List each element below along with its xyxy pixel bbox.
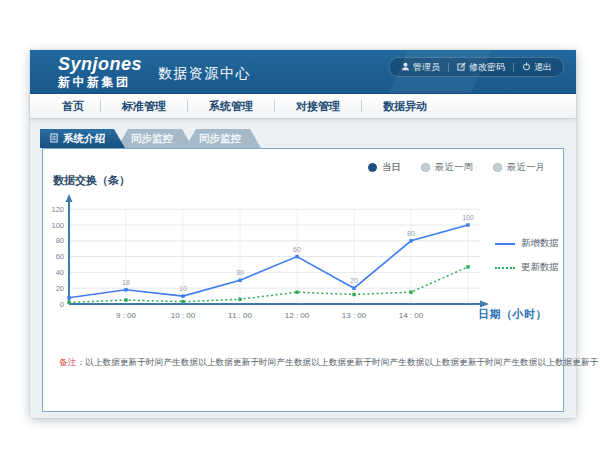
- radio-dot-icon: [421, 163, 430, 172]
- chart-legend: 新增数据 更新数据: [495, 237, 559, 274]
- tab-sync-monitor-1[interactable]: 同步监控: [117, 129, 193, 148]
- svg-text:80: 80: [407, 230, 415, 237]
- svg-text:120: 120: [51, 205, 64, 214]
- footnote-text: 以上数据更新于时间产生数据以上数据更新于时间产生数据以上数据更新于时间产生数据以…: [85, 357, 598, 367]
- user-menu-logout[interactable]: 退出: [522, 61, 552, 74]
- logout-icon: [522, 62, 531, 73]
- radio-dot-icon: [493, 163, 502, 172]
- filter-label: 当日: [382, 161, 401, 174]
- footnote: 备注：以上数据更新于时间产生数据以上数据更新于时间产生数据以上数据更新于时间产生…: [59, 357, 598, 369]
- company-name: 新中新集团: [58, 76, 142, 88]
- legend-label: 新增数据: [521, 237, 559, 250]
- tab-system-intro[interactable]: 系统介绍: [40, 129, 125, 148]
- tab-sync-monitor-2[interactable]: 同步监控: [185, 129, 261, 148]
- svg-text:0: 0: [60, 300, 64, 309]
- svg-text:14 : 00: 14 : 00: [399, 311, 424, 320]
- dotted-line-icon: [495, 267, 515, 269]
- x-axis-title: 日期（小时）: [478, 307, 547, 322]
- svg-text:60: 60: [293, 246, 301, 253]
- main-nav: 首页 标准管理 系统管理 对接管理 数据异动: [30, 94, 576, 119]
- svg-text:13 : 00: 13 : 00: [342, 311, 367, 320]
- tab-label: 系统介绍: [63, 132, 105, 146]
- user-menu-profile[interactable]: 管理员: [401, 61, 440, 74]
- nav-item-data-change[interactable]: 数据异动: [362, 99, 448, 114]
- logout-label: 退出: [534, 61, 552, 74]
- brand-name: Synjones: [58, 55, 142, 73]
- svg-text:20: 20: [56, 284, 64, 293]
- edit-icon: [457, 62, 466, 73]
- filter-today[interactable]: 当日: [368, 161, 401, 174]
- brand-logo: Synjones 新中新集团: [58, 55, 142, 88]
- svg-text:100: 100: [462, 214, 474, 221]
- change-password-label: 修改密码: [469, 61, 505, 74]
- svg-text:10: 10: [179, 285, 187, 292]
- user-menu-change-password[interactable]: 修改密码: [457, 61, 505, 74]
- user-menu: 管理员 修改密码 退出: [389, 57, 564, 77]
- divider: [513, 63, 514, 72]
- nav-item-standard-mgmt[interactable]: 标准管理: [101, 99, 187, 114]
- legend-update-data[interactable]: 更新数据: [495, 261, 559, 274]
- tab-bar: 系统介绍 同步监控 同步监控: [40, 129, 261, 148]
- svg-text:11 : 00: 11 : 00: [228, 311, 252, 320]
- content-area: 系统介绍 同步监控 同步监控 当日 最近一周: [30, 119, 576, 419]
- tab-label: 同步监控: [131, 132, 173, 146]
- svg-text:60: 60: [56, 252, 64, 261]
- app-title: 数据资源中心: [158, 65, 251, 83]
- tab-label: 同步监控: [199, 132, 241, 146]
- filter-label: 最近一周: [435, 161, 473, 174]
- user-icon: [401, 62, 410, 73]
- filter-label: 最近一月: [507, 161, 545, 174]
- solid-line-icon: [495, 243, 515, 245]
- app-window: Synjones 新中新集团 数据资源中心 管理员 修改密码 退出 首页 标准管…: [30, 50, 576, 418]
- nav-item-integration-mgmt[interactable]: 对接管理: [275, 99, 361, 114]
- document-icon: [50, 133, 58, 145]
- svg-text:40: 40: [56, 268, 64, 277]
- time-range-filter: 当日 最近一周 最近一月: [368, 161, 545, 174]
- svg-text:9 : 00: 9 : 00: [116, 311, 137, 320]
- svg-text:10 : 00: 10 : 00: [171, 311, 196, 320]
- svg-text:80: 80: [56, 236, 64, 245]
- y-axis-title: 数据交换（条）: [53, 173, 130, 188]
- nav-item-system-mgmt[interactable]: 系统管理: [188, 99, 274, 114]
- user-name-label: 管理员: [413, 61, 440, 74]
- legend-new-data[interactable]: 新增数据: [495, 237, 559, 250]
- filter-last-week[interactable]: 最近一周: [421, 161, 473, 174]
- footnote-label: 备注: [59, 357, 76, 367]
- svg-text:100: 100: [51, 221, 64, 230]
- footnote-colon: ：: [76, 357, 85, 367]
- nav-item-home[interactable]: 首页: [46, 99, 100, 114]
- app-header: Synjones 新中新集团 数据资源中心 管理员 修改密码 退出: [30, 50, 576, 94]
- svg-text:30: 30: [236, 269, 244, 276]
- chart-panel: 当日 最近一周 最近一月 数据交换（条） 0204060801001209 : …: [42, 148, 564, 412]
- svg-text:18: 18: [122, 279, 130, 286]
- svg-text:12 : 00: 12 : 00: [285, 311, 310, 320]
- filter-last-month[interactable]: 最近一月: [493, 161, 545, 174]
- divider: [448, 63, 449, 72]
- legend-label: 更新数据: [521, 261, 559, 274]
- svg-text:20: 20: [350, 277, 358, 284]
- radio-dot-icon: [368, 163, 377, 172]
